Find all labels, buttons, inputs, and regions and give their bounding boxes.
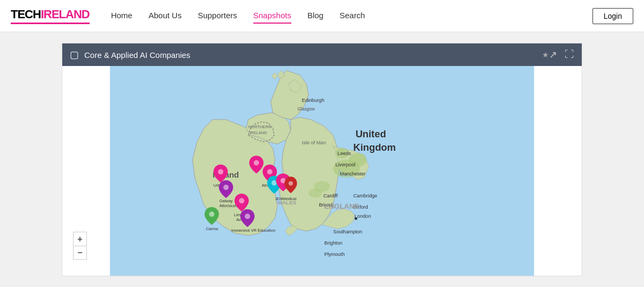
nav-search[interactable]: Search: [340, 8, 365, 24]
svg-text:Plymouth: Plymouth: [324, 252, 345, 257]
logo-underline: [11, 23, 90, 24]
nav-snapshots[interactable]: Snapshots: [253, 8, 291, 24]
nav-about-us[interactable]: About Us: [149, 8, 182, 24]
svg-text:Southampton: Southampton: [333, 229, 362, 234]
svg-text:Manchester: Manchester: [340, 171, 365, 176]
logo-tech: TECH: [11, 8, 41, 21]
svg-point-43: [209, 211, 215, 217]
nav-home[interactable]: Home: [111, 8, 133, 24]
svg-text:Galway: Galway: [219, 198, 233, 203]
svg-text:Carma: Carma: [206, 226, 218, 231]
svg-text:Altoclouds: Altoclouds: [219, 203, 238, 208]
map-title: Core & Applied AI Companies: [84, 50, 539, 60]
map-area[interactable]: Edinburgh Glasgow Leeds Liverpool Manche…: [62, 66, 582, 276]
svg-text:Glasgow: Glasgow: [297, 106, 315, 112]
svg-text:Cardiff: Cardiff: [323, 193, 338, 198]
logo[interactable]: TECHIRELAND: [11, 8, 90, 24]
svg-text:IRELAND: IRELAND: [250, 130, 267, 135]
svg-text:Leeds: Leeds: [338, 151, 351, 156]
nav-supporters[interactable]: Supporters: [197, 8, 237, 24]
svg-point-36: [239, 198, 244, 203]
header: TECHIRELAND Home About Us Supporters Sna…: [0, 0, 644, 32]
svg-text:United: United: [355, 128, 386, 139]
share-icon[interactable]: ↗: [549, 49, 557, 61]
svg-point-42: [289, 181, 293, 186]
svg-text:3D4Medical: 3D4Medical: [275, 196, 297, 201]
zoom-out-button[interactable]: −: [73, 246, 87, 260]
svg-point-31: [267, 169, 273, 174]
svg-text:Brighton: Brighton: [324, 240, 342, 246]
svg-text:Cambridge: Cambridge: [353, 193, 377, 198]
login-button[interactable]: Login: [592, 8, 633, 24]
zoom-in-button[interactable]: +: [73, 232, 87, 246]
svg-point-28: [218, 169, 223, 174]
logo-ireland: IRELAND: [41, 8, 90, 21]
main-nav: Home About Us Supporters Snapshots Blog …: [111, 8, 592, 24]
map-header: ▢ Core & Applied AI Companies ★ ↗ ⛶: [62, 43, 582, 66]
svg-point-14: [355, 217, 357, 220]
svg-text:NORTHERN: NORTHERN: [248, 124, 271, 129]
fullscreen-icon[interactable]: ⛶: [565, 49, 574, 61]
zoom-controls: + −: [73, 232, 87, 260]
map-actions: ↗ ⛶: [549, 49, 574, 61]
map-star-icon[interactable]: ★: [542, 50, 549, 59]
nav-blog[interactable]: Blog: [308, 8, 324, 24]
svg-point-33: [223, 185, 229, 190]
svg-text:Liverpool: Liverpool: [335, 162, 355, 167]
svg-point-30: [254, 160, 259, 166]
svg-text:Edinburgh: Edinburgh: [302, 98, 325, 103]
svg-text:Kingdom: Kingdom: [353, 142, 396, 153]
svg-point-45: [245, 214, 250, 219]
svg-text:ENGLAND: ENGLAND: [324, 202, 360, 210]
main-content: ▢ Core & Applied AI Companies ★ ↗ ⛶: [0, 32, 644, 287]
map-panel-icon: ▢: [70, 49, 79, 61]
svg-point-5: [309, 189, 322, 198]
map-svg: Edinburgh Glasgow Leeds Liverpool Manche…: [62, 66, 582, 276]
map-container: ▢ Core & Applied AI Companies ★ ↗ ⛶: [62, 43, 582, 276]
svg-text:Immersive VR Education: Immersive VR Education: [231, 228, 275, 233]
svg-text:Isle of Man: Isle of Man: [302, 140, 326, 145]
